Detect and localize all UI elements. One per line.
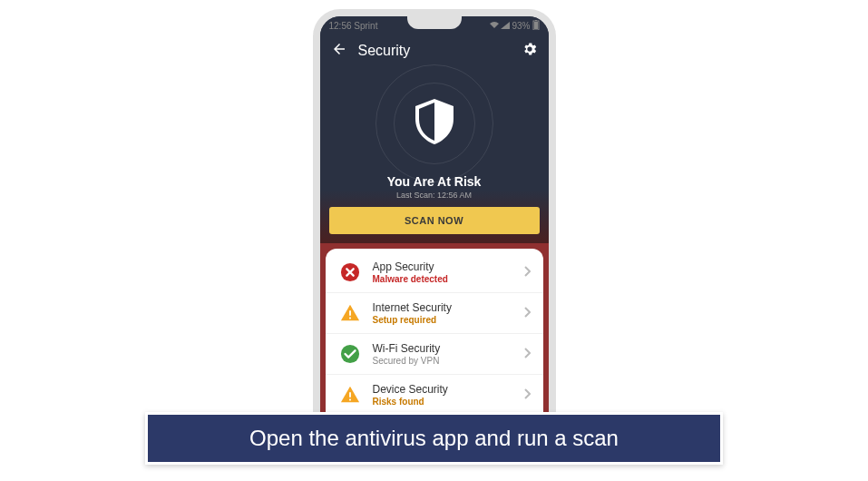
wifi-icon	[490, 21, 499, 31]
battery-icon	[532, 20, 540, 32]
chevron-right-icon	[523, 305, 531, 321]
item-title: App Security	[373, 260, 523, 273]
item-subtitle: Setup required	[373, 315, 523, 325]
phone-notch	[407, 16, 462, 29]
signal-icon	[501, 21, 510, 31]
warning-icon	[338, 383, 362, 407]
page-title: Security	[358, 43, 411, 59]
chevron-right-icon	[523, 346, 531, 362]
list-item-internet-security[interactable]: Internet Security Setup required	[326, 293, 543, 334]
app-header: Security	[320, 34, 549, 68]
shield-icon	[415, 99, 454, 148]
scan-now-button[interactable]: SCAN NOW	[329, 207, 540, 234]
list-item-wifi-security[interactable]: Wi-Fi Security Secured by VPN	[326, 334, 543, 375]
list-item-app-security[interactable]: App Security Malware detected	[326, 252, 543, 293]
gear-icon[interactable]	[522, 41, 538, 61]
phone-frame: 12:56 Sprint 93% Security	[313, 9, 556, 463]
warning-icon	[338, 301, 362, 325]
status-time: 12:56	[329, 21, 352, 31]
instruction-caption: Open the antivirus app and run a scan	[145, 412, 723, 465]
svg-rect-5	[349, 318, 351, 319]
item-subtitle: Risks found	[373, 397, 523, 407]
back-icon[interactable]	[331, 41, 347, 61]
item-subtitle: Secured by VPN	[373, 356, 523, 366]
check-icon	[338, 342, 362, 366]
item-subtitle: Malware detected	[373, 274, 523, 284]
status-left: 12:56 Sprint	[329, 21, 378, 31]
svg-rect-8	[349, 399, 351, 401]
shield-area	[329, 75, 540, 171]
svg-rect-7	[349, 392, 351, 398]
item-title: Device Security	[373, 383, 523, 396]
svg-rect-2	[535, 20, 537, 21]
chevron-right-icon	[523, 387, 531, 403]
status-right: 93%	[490, 20, 539, 32]
hero-section: You Are At Risk Last Scan: 12:56 AM SCAN…	[320, 68, 549, 243]
item-title: Internet Security	[373, 301, 523, 314]
last-scan-label: Last Scan: 12:56 AM	[329, 191, 540, 200]
item-title: Wi-Fi Security	[373, 342, 523, 355]
list-item-device-security[interactable]: Device Security Risks found	[326, 375, 543, 416]
svg-rect-1	[534, 22, 538, 29]
status-carrier: Sprint	[354, 21, 377, 31]
error-icon	[338, 260, 362, 284]
svg-rect-4	[349, 310, 351, 316]
svg-point-6	[340, 345, 358, 363]
chevron-right-icon	[523, 264, 531, 280]
battery-percent: 93%	[512, 21, 530, 31]
